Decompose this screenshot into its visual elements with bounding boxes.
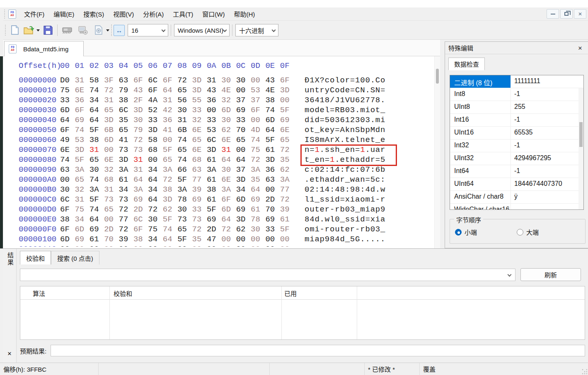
hex-byte[interactable]: 00 xyxy=(251,115,265,125)
hex-byte[interactable]: 64 xyxy=(90,105,104,115)
hex-byte[interactable]: 00 xyxy=(280,234,295,244)
hex-byte[interactable]: 61 xyxy=(265,145,280,155)
hex-byte[interactable]: 56 xyxy=(177,95,192,105)
menu-item[interactable]: 视图(V) xyxy=(109,7,138,20)
hex-byte[interactable]: 65 xyxy=(163,155,177,165)
hex-byte[interactable]: 00 xyxy=(177,244,192,247)
hex-byte[interactable]: 70 xyxy=(236,125,251,135)
results-close-button[interactable]: ✕ xyxy=(5,349,14,358)
hex-byte[interactable]: 33 xyxy=(148,115,162,125)
hex-byte[interactable]: 00 xyxy=(265,244,280,247)
hex-row[interactable]: 00000000D031583F636F6C6F723D31303000436F… xyxy=(3,75,440,85)
hex-byte[interactable]: 63 xyxy=(265,175,280,185)
hex-byte[interactable]: 3D xyxy=(236,214,251,224)
hex-byte[interactable]: D0 xyxy=(60,75,75,85)
hex-byte[interactable]: 72 xyxy=(280,145,295,155)
hex-byte[interactable]: 75 xyxy=(148,224,162,234)
hex-byte[interactable]: 00 xyxy=(251,75,265,85)
hex-byte[interactable]: 64 xyxy=(221,155,236,165)
hex-byte[interactable]: 6D xyxy=(221,204,236,214)
hex-byte[interactable]: 61 xyxy=(207,175,221,185)
hex-byte[interactable]: 65 xyxy=(90,155,104,165)
data-inspector-tab[interactable]: 数据检查 xyxy=(448,58,485,70)
hex-byte[interactable]: 6E xyxy=(104,155,119,165)
hex-byte[interactable]: 65 xyxy=(75,175,89,185)
inspector-value[interactable]: -1 xyxy=(511,165,583,178)
hex-byte[interactable]: 36 xyxy=(75,95,89,105)
hex-byte[interactable]: 3A xyxy=(207,165,221,175)
inspector-type-label[interactable]: Int32 xyxy=(450,139,511,152)
hex-byte[interactable]: 78 xyxy=(251,214,265,224)
hex-byte[interactable]: 6F xyxy=(163,75,177,85)
hex-byte[interactable]: 37 xyxy=(236,95,251,105)
hex-byte[interactable]: 69 xyxy=(75,234,89,244)
inspector-row[interactable]: Int32-1 xyxy=(450,139,583,152)
hex-byte[interactable]: 6D xyxy=(265,115,280,125)
disk-tools-button[interactable] xyxy=(76,24,90,37)
menu-item[interactable]: 工具(T) xyxy=(168,7,198,20)
hex-byte[interactable]: 6B xyxy=(177,125,192,135)
hex-byte[interactable]: 5F xyxy=(163,145,177,155)
panel-close-button[interactable]: ✕ xyxy=(576,44,585,52)
hex-byte[interactable]: 73 xyxy=(133,145,148,155)
hex-byte[interactable]: 3D xyxy=(119,155,133,165)
hex-byte[interactable]: 43 xyxy=(207,85,221,95)
hex-byte[interactable]: 66 xyxy=(177,165,192,175)
hex-byte[interactable]: 3F xyxy=(104,75,119,85)
hex-byte[interactable]: 00 xyxy=(207,244,221,247)
hex-byte[interactable]: 4D xyxy=(251,125,265,135)
hex-byte[interactable]: 3A xyxy=(177,185,192,195)
hex-byte[interactable]: 79 xyxy=(119,85,133,95)
menu-item[interactable]: 窗口(W) xyxy=(198,7,229,20)
hex-byte[interactable]: 61 xyxy=(280,214,295,224)
hex-byte[interactable]: 79 xyxy=(133,125,148,135)
hex-byte[interactable]: 31 xyxy=(207,75,221,85)
inspector-row[interactable]: 二进制 (8 位)11111111 xyxy=(450,75,583,88)
hex-byte[interactable]: 2D xyxy=(133,204,148,214)
inspector-type-label[interactable]: UInt8 xyxy=(450,101,511,113)
inspector-type-label[interactable]: AnsiChar / char8 xyxy=(450,191,511,203)
hex-byte[interactable]: 33 xyxy=(192,105,207,115)
hex-byte[interactable]: 38 xyxy=(133,234,148,244)
document-tab[interactable]: FDA0 Bdata_mtd5.img xyxy=(4,41,84,56)
hex-byte[interactable]: 6E xyxy=(192,145,207,155)
hex-byte[interactable]: 5F xyxy=(207,204,221,214)
hex-byte[interactable]: 64 xyxy=(60,115,75,125)
hex-byte[interactable]: 35 xyxy=(119,115,133,125)
hex-byte[interactable]: 31 xyxy=(163,95,177,105)
hex-byte[interactable]: 62 xyxy=(221,125,236,135)
inspector-type-label[interactable]: UInt32 xyxy=(450,152,511,165)
inspector-value[interactable]: 65535 xyxy=(511,127,583,139)
hex-byte[interactable]: 4A xyxy=(148,95,162,105)
hex-byte[interactable]: 74 xyxy=(75,125,89,135)
hex-byte[interactable]: 69 xyxy=(236,105,251,115)
hex-byte[interactable]: 55 xyxy=(192,95,207,105)
hex-byte[interactable]: 3A xyxy=(221,185,236,195)
hex-byte[interactable]: 3D xyxy=(280,85,295,95)
hex-byte[interactable]: 64 xyxy=(163,85,177,95)
hex-byte[interactable]: 33 xyxy=(192,204,207,214)
hex-byte[interactable]: 73 xyxy=(119,145,133,155)
hex-byte[interactable]: 30 xyxy=(177,105,192,115)
encoding-select[interactable]: Windows (ANSI) xyxy=(174,24,230,36)
inspector-scrollbar[interactable] xyxy=(578,88,583,209)
hex-byte[interactable]: 6E xyxy=(221,175,236,185)
hex-byte[interactable]: 6F xyxy=(148,85,162,95)
hex-byte[interactable]: 75 xyxy=(251,145,265,155)
hex-byte[interactable]: 52 xyxy=(148,105,162,115)
hex-byte[interactable]: 65 xyxy=(119,125,133,135)
inspector-type-label[interactable]: 二进制 (8 位) xyxy=(450,75,511,88)
hex-byte[interactable]: 63 xyxy=(60,165,75,175)
hex-byte[interactable]: 30 xyxy=(221,115,236,125)
hex-byte[interactable]: 33 xyxy=(236,115,251,125)
hex-byte[interactable]: 31 xyxy=(221,145,236,155)
hex-editor-pane[interactable]: Offset(h) 000102030405060708090A0B0C0D0E… xyxy=(3,56,440,248)
hex-byte[interactable]: 5F xyxy=(265,135,280,145)
hex-byte[interactable]: 5F xyxy=(280,105,295,115)
hex-byte[interactable]: 3A xyxy=(133,185,148,195)
hex-byte[interactable]: 64 xyxy=(265,125,280,135)
hex-byte[interactable]: 78 xyxy=(177,195,192,204)
checksum-column-header[interactable]: 已用 xyxy=(284,289,297,298)
hex-byte[interactable]: 30 xyxy=(221,75,236,85)
hex-byte[interactable]: 37 xyxy=(236,165,251,175)
